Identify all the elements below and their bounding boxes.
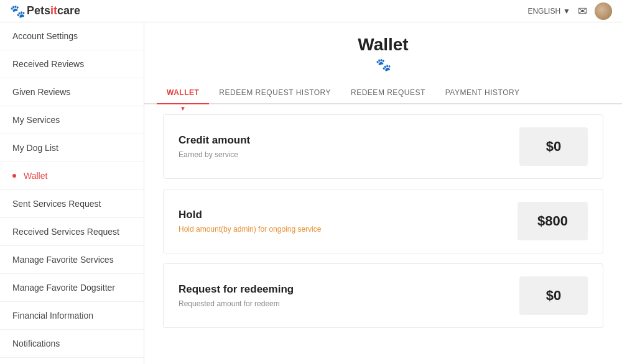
sidebar-item-label: Notifications [12,339,60,348]
tab-redeem-request-tab[interactable]: REDEEM REQUEST [341,82,435,103]
sidebar-item-label: Wallet [24,171,47,181]
sidebar-item-received-services-request[interactable]: Received Services Request [0,218,144,246]
sidebar-item-label: Manage Favorite Services [12,255,114,265]
wallet-paw-icon: 🐾 [144,57,622,72]
chevron-down-icon: ▼ [563,7,570,16]
card-title-hold: Hold [179,209,321,221]
card-amount-credit-amount: $0 [519,127,588,166]
sidebar-item-sent-services-request[interactable]: Sent Services Request [0,190,144,218]
avatar[interactable] [595,2,612,20]
sidebar-item-wallet[interactable]: Wallet [0,162,144,190]
card-left-credit-amount: Credit amountEarned by service [179,134,250,159]
sidebar-item-received-reviews[interactable]: Received Reviews [0,50,144,78]
avatar-image [595,2,612,20]
logo-paw-icon: 🐾 [10,4,26,19]
sidebar: Account SettingsReceived ReviewsGiven Re… [0,22,144,364]
tab-payment-history-tab[interactable]: PAYMENT HISTORY [435,82,530,103]
sidebar-item-label: Manage Favorite Dogsitter [12,283,115,293]
header-right: ENGLISH ▼ ✉ [527,2,612,20]
cards-container: Credit amountEarned by service$0HoldHold… [144,104,622,348]
tabs: WALLETREDEEM REQUEST HISTORYREDEEM REQUE… [144,82,622,104]
sidebar-item-label: My Dog List [12,143,58,153]
sidebar-item-manage-favorite-services[interactable]: Manage Favorite Services [0,246,144,274]
logo-text: Petsitcare [27,4,80,17]
language-selector[interactable]: ENGLISH ▼ [527,7,570,16]
sidebar-item-notifications[interactable]: Notifications [0,330,144,358]
sidebar-item-my-services[interactable]: My Services [0,106,144,134]
sidebar-item-label: Given Reviews [12,87,70,97]
card-title-request-for-redeeming: Request for redeeming [179,283,294,296]
logo[interactable]: 🐾 Petsitcare [10,4,80,19]
card-subtitle-credit-amount: Earned by service [179,150,250,159]
wallet-header: Wallet 🐾 [144,22,622,78]
header: 🐾 Petsitcare ENGLISH ▼ ✉ [0,0,622,22]
sidebar-item-label: Financial Information [12,311,93,321]
card-amount-hold: $800 [518,202,588,240]
main-content: Wallet 🐾 WALLETREDEEM REQUEST HISTORYRED… [144,22,622,364]
sidebar-item-label: Received Services Request [12,227,119,237]
mail-icon[interactable]: ✉ [578,4,587,18]
active-indicator [12,174,16,178]
card-subtitle-hold: Hold amount(by admin) for ongoing servic… [179,225,321,234]
card-credit-amount: Credit amountEarned by service$0 [163,114,603,179]
sidebar-item-manage-favorite-dogsitter[interactable]: Manage Favorite Dogsitter [0,274,144,302]
sidebar-item-account-settings[interactable]: Account Settings [0,22,144,50]
layout: Account SettingsReceived ReviewsGiven Re… [0,22,622,364]
card-title-credit-amount: Credit amount [179,134,250,147]
sidebar-item-label: Sent Services Request [12,199,101,209]
sidebar-item-financial-information[interactable]: Financial Information [0,302,144,330]
card-request-for-redeeming: Request for redeemingRequested amount fo… [163,263,603,328]
card-subtitle-request-for-redeeming: Requested amount for redeem [179,299,294,308]
tab-redeem-request-history-tab[interactable]: REDEEM REQUEST HISTORY [209,82,341,103]
sidebar-item-label: Account Settings [12,31,78,41]
card-hold: HoldHold amount(by admin) for ongoing se… [163,189,603,253]
sidebar-item-label: Received Reviews [12,59,84,69]
language-label: ENGLISH [527,7,560,16]
card-amount-request-for-redeeming: $0 [519,276,588,315]
sidebar-item-label: My Services [12,115,60,125]
card-left-hold: HoldHold amount(by admin) for ongoing se… [179,209,321,234]
tab-wallet-tab[interactable]: WALLET [157,82,209,103]
card-left-request-for-redeeming: Request for redeemingRequested amount fo… [179,283,294,308]
sidebar-item-given-reviews[interactable]: Given Reviews [0,78,144,106]
sidebar-item-my-dog-list[interactable]: My Dog List [0,134,144,162]
page-title: Wallet [144,35,622,55]
